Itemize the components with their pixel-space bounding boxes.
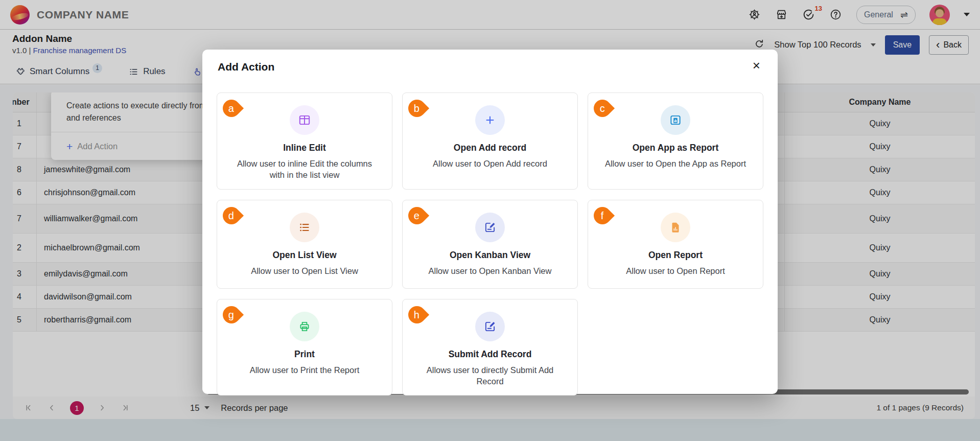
card-title: Open Kanban View xyxy=(417,250,563,261)
marker-f: f xyxy=(590,203,615,227)
card-description: Allows user to directly Submit Add Recor… xyxy=(417,364,563,387)
file-chart-icon xyxy=(661,213,690,242)
card-title: Print xyxy=(231,349,378,360)
action-card-open-kanban-view[interactable]: e Open Kanban View Allow user to Open Ka… xyxy=(402,200,578,289)
card-description: Allow user to Open Add record xyxy=(417,158,563,169)
list-icon xyxy=(290,213,319,242)
action-cards-grid: a Inline Edit Allow user to inline Edit … xyxy=(217,92,763,396)
action-card-print[interactable]: g Print Allow user to Print the Report xyxy=(217,299,392,396)
card-title: Open List View xyxy=(231,250,378,261)
plus-icon xyxy=(475,105,505,135)
action-card-submit-add-record[interactable]: h Submit Add Record Allows user to direc… xyxy=(402,299,578,396)
edit-board-icon xyxy=(475,213,505,242)
add-action-modal: Add Action × a Inline Edit Allow user to… xyxy=(202,50,778,394)
marker-d: d xyxy=(219,203,244,227)
action-card-open-app-as-report[interactable]: c Open App as Report Allow user to Open … xyxy=(588,92,763,190)
marker-c: c xyxy=(590,96,615,121)
action-card-inline-edit[interactable]: a Inline Edit Allow user to inline Edit … xyxy=(217,92,392,190)
card-title: Open App as Report xyxy=(602,143,749,153)
card-description: Allow user to Open Report xyxy=(602,265,749,276)
marker-g: g xyxy=(219,302,244,327)
card-description: Allow user to Open Kanban View xyxy=(417,265,563,276)
action-card-open-report[interactable]: f Open Report Allow user to Open Report xyxy=(588,200,763,289)
card-title: Open Add record xyxy=(417,143,563,153)
card-description: Allow user to Print the Report xyxy=(231,364,378,376)
edit-record-icon xyxy=(475,312,505,341)
card-description: Allow user to Open the App as Report xyxy=(602,158,749,169)
printer-icon xyxy=(290,312,319,341)
marker-b: b xyxy=(405,96,429,121)
close-icon[interactable]: × xyxy=(753,59,760,72)
marker-h: h xyxy=(405,302,429,327)
action-card-open-add-record[interactable]: b Open Add record Allow user to Open Add… xyxy=(402,92,578,190)
action-card-open-list-view[interactable]: d Open List View Allow user to Open List… xyxy=(217,200,392,289)
card-title: Submit Add Record xyxy=(417,349,563,360)
modal-title: Add Action xyxy=(218,61,274,73)
marker-a: a xyxy=(219,96,244,121)
card-description: Allow user to Open List View xyxy=(231,265,378,276)
app-report-icon xyxy=(661,105,690,135)
table-grid-icon xyxy=(290,105,319,135)
app-window: COMPANY NAME xyxy=(0,0,980,441)
card-title: Inline Edit xyxy=(231,143,378,153)
marker-e: e xyxy=(405,203,429,227)
card-description: Allow user to inline Edit the columns wi… xyxy=(231,158,378,181)
card-title: Open Report xyxy=(602,250,749,261)
